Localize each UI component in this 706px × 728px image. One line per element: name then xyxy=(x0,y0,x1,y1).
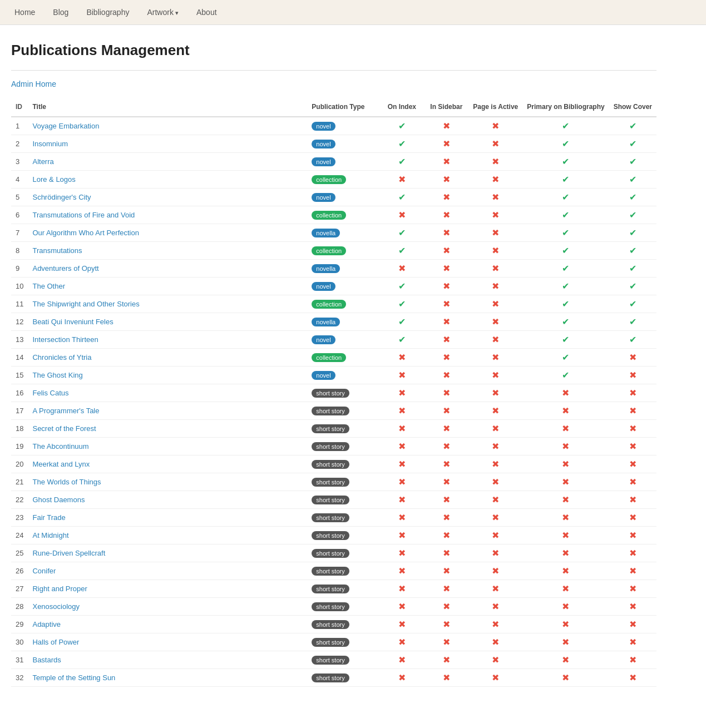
title-link[interactable]: Meerkat and Lynx xyxy=(32,460,90,468)
type-badge: novella xyxy=(312,229,340,237)
title-link[interactable]: The Other xyxy=(32,282,65,290)
title-link[interactable]: Transmutations of Fire and Void xyxy=(32,211,135,219)
cell-primary-bib: ✖ xyxy=(522,651,609,669)
cell-on-index: ✔ xyxy=(379,224,424,242)
table-row: 6 Transmutations of Fire and Void collec… xyxy=(11,206,656,224)
cell-pubtype: collection xyxy=(307,171,379,189)
cell-id: 8 xyxy=(11,242,28,260)
title-link[interactable]: At Midnight xyxy=(32,531,68,539)
title-link[interactable]: Intersection Thirteen xyxy=(32,335,98,344)
title-link[interactable]: Bastards xyxy=(32,656,61,664)
cell-page-active: ✖ xyxy=(468,260,522,278)
cell-show-cover: ✖ xyxy=(609,598,656,616)
cell-primary-bib: ✔ xyxy=(522,171,609,189)
cell-primary-bib: ✖ xyxy=(522,455,609,473)
cell-show-cover: ✔ xyxy=(609,242,656,260)
title-link[interactable]: The Worlds of Things xyxy=(32,478,101,486)
cell-on-index: ✖ xyxy=(379,580,424,598)
cell-page-active: ✖ xyxy=(468,455,522,473)
title-link[interactable]: Secret of the Forest xyxy=(32,424,96,433)
table-row: 4 Lore & Logos collection ✖ ✖ ✖ ✔ ✔ xyxy=(11,171,656,189)
title-link[interactable]: Adaptive xyxy=(32,620,61,628)
cell-id: 10 xyxy=(11,278,28,295)
cell-title: Felis Catus xyxy=(28,384,307,402)
cell-primary-bib: ✖ xyxy=(522,509,609,527)
title-link[interactable]: Chronicles of Ytria xyxy=(32,353,91,361)
title-link[interactable]: Lore & Logos xyxy=(32,175,75,184)
title-link[interactable]: Our Algorithm Who Art Perfection xyxy=(32,229,139,237)
col-id: ID xyxy=(11,100,28,117)
cell-show-cover: ✖ xyxy=(609,544,656,562)
col-on-index: On Index xyxy=(379,100,424,117)
cell-title: Bastards xyxy=(28,651,307,669)
type-badge: novel xyxy=(312,371,335,380)
title-link[interactable]: The Shipwright and Other Stories xyxy=(32,300,139,308)
nav-blog[interactable]: Blog xyxy=(44,0,77,24)
title-link[interactable]: A Programmer's Tale xyxy=(32,407,99,415)
cell-id: 6 xyxy=(11,206,28,224)
table-row: 28 Xenosociology short story ✖ ✖ ✖ ✖ ✖ xyxy=(11,598,656,616)
col-in-sidebar: In Sidebar xyxy=(424,100,468,117)
title-link[interactable]: Right and Proper xyxy=(32,585,87,593)
nav-artwork[interactable]: Artwork xyxy=(138,0,187,24)
cell-on-index: ✖ xyxy=(379,171,424,189)
type-badge: short story xyxy=(312,638,349,647)
nav-home[interactable]: Home xyxy=(6,0,44,24)
type-badge: short story xyxy=(312,567,349,576)
title-link[interactable]: Transmutations xyxy=(32,246,82,255)
cell-id: 11 xyxy=(11,295,28,313)
table-row: 26 Conifer short story ✖ ✖ ✖ ✖ ✖ xyxy=(11,562,656,580)
cell-show-cover: ✔ xyxy=(609,171,656,189)
cell-pubtype: short story xyxy=(307,633,379,651)
cell-in-sidebar: ✖ xyxy=(424,598,468,616)
title-link[interactable]: Xenosociology xyxy=(32,602,80,611)
cell-show-cover: ✖ xyxy=(609,473,656,491)
type-badge: collection xyxy=(312,175,346,184)
cell-page-active: ✖ xyxy=(468,544,522,562)
type-badge: short story xyxy=(312,620,349,629)
title-link[interactable]: Adventurers of Opytt xyxy=(32,264,98,273)
cell-in-sidebar: ✖ xyxy=(424,544,468,562)
table-row: 30 Halls of Power short story ✖ ✖ ✖ ✖ ✖ xyxy=(11,633,656,651)
cell-show-cover: ✔ xyxy=(609,278,656,295)
cell-title: Right and Proper xyxy=(28,580,307,598)
cell-page-active: ✖ xyxy=(468,367,522,384)
cell-on-index: ✖ xyxy=(379,509,424,527)
nav-about[interactable]: About xyxy=(187,0,226,24)
title-link[interactable]: Rune-Driven Spellcraft xyxy=(32,549,105,557)
title-link[interactable]: Voyage Embarkation xyxy=(32,122,99,130)
title-link[interactable]: The Ghost King xyxy=(32,371,82,379)
cell-on-index: ✔ xyxy=(379,189,424,206)
admin-home-link[interactable]: Admin Home xyxy=(11,80,56,88)
type-badge: short story xyxy=(312,496,349,504)
cell-title: The Ghost King xyxy=(28,367,307,384)
title-link[interactable]: Insomnium xyxy=(32,140,68,148)
cell-title: Insomnium xyxy=(28,135,307,153)
cell-in-sidebar: ✖ xyxy=(424,580,468,598)
title-link[interactable]: Temple of the Setting Sun xyxy=(32,673,115,682)
table-row: 25 Rune-Driven Spellcraft short story ✖ … xyxy=(11,544,656,562)
table-row: 8 Transmutations collection ✔ ✖ ✖ ✔ ✔ xyxy=(11,242,656,260)
title-link[interactable]: Schrödinger's City xyxy=(32,193,91,201)
nav-bibliography[interactable]: Bibliography xyxy=(77,0,138,24)
cell-on-index: ✔ xyxy=(379,242,424,260)
title-link[interactable]: Felis Catus xyxy=(32,389,68,397)
type-badge: novel xyxy=(312,335,335,344)
title-link[interactable]: Alterra xyxy=(32,157,53,166)
cell-page-active: ✖ xyxy=(468,153,522,171)
title-link[interactable]: Fair Trade xyxy=(32,513,65,522)
cell-show-cover: ✔ xyxy=(609,153,656,171)
cell-in-sidebar: ✖ xyxy=(424,438,468,455)
title-link[interactable]: Halls of Power xyxy=(32,638,79,646)
title-link[interactable]: The Abcontinuum xyxy=(32,442,88,450)
divider xyxy=(11,70,656,71)
title-link[interactable]: Beati Qui Inveniunt Feles xyxy=(32,318,113,326)
cell-in-sidebar: ✖ xyxy=(424,455,468,473)
title-link[interactable]: Ghost Daemons xyxy=(32,496,85,504)
cell-on-index: ✖ xyxy=(379,455,424,473)
cell-primary-bib: ✖ xyxy=(522,491,609,509)
title-link[interactable]: Conifer xyxy=(32,567,56,575)
cell-primary-bib: ✔ xyxy=(522,242,609,260)
cell-id: 29 xyxy=(11,616,28,633)
cell-in-sidebar: ✖ xyxy=(424,562,468,580)
